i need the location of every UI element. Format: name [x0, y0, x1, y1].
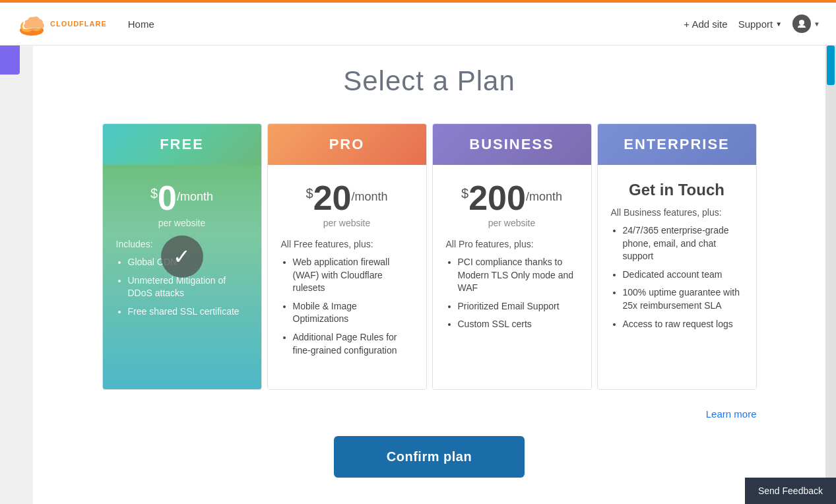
- pro-feature-1: Web application firewall (WAF) with Clou…: [293, 256, 413, 295]
- pro-plan-body: $ 20 /month per website All Free feature…: [268, 165, 426, 389]
- chevron-down-icon: ▼: [775, 20, 782, 28]
- support-label: Support: [738, 18, 773, 30]
- enterprise-feature-3: 100% uptime guarantee with 25x reimburse…: [623, 286, 743, 312]
- pro-features-intro: All Free features, plus:: [281, 239, 413, 249]
- free-feature-2: Unmetered Mitigation of DDoS attacks: [128, 274, 248, 300]
- user-avatar: [792, 15, 811, 33]
- enterprise-feature-1: 24/7/365 enterprise-grade phone, email, …: [623, 224, 743, 263]
- pro-features-list: Web application firewall (WAF) with Clou…: [281, 256, 413, 357]
- sidebar-tab: [0, 46, 20, 75]
- confirm-plan-button[interactable]: Confirm plan: [334, 436, 525, 478]
- pro-price-dollar: $: [306, 186, 313, 201]
- enterprise-plan-body: Get in Touch All Business features, plus…: [598, 165, 756, 389]
- free-per-website: per website: [116, 218, 248, 228]
- navbar: CLOUDFLARE Home + Add site Support ▼ ▼: [0, 3, 836, 46]
- free-price-row: $ 0 /month: [116, 181, 248, 215]
- cloudflare-text: CLOUDFLARE: [50, 20, 107, 28]
- send-feedback-button[interactable]: Send Feedback: [745, 478, 836, 504]
- free-plan-body: $ 0 /month per website Includes: Global …: [103, 165, 261, 389]
- navbar-right: + Add site Support ▼ ▼: [684, 15, 820, 33]
- enterprise-features-list: 24/7/365 enterprise-grade phone, email, …: [611, 224, 743, 331]
- business-feature-3: Custom SSL certs: [458, 318, 578, 331]
- enterprise-plan-header: ENTERPRISE: [598, 124, 756, 165]
- business-features-intro: All Pro features, plus:: [446, 239, 578, 249]
- svg-point-6: [799, 20, 804, 25]
- nav-links: Home: [128, 18, 684, 30]
- pro-feature-2: Mobile & Image Optimizations: [293, 300, 413, 326]
- free-price-period: /month: [177, 190, 213, 204]
- pro-price-amount: 20: [313, 181, 352, 215]
- business-price-amount: 200: [468, 181, 526, 215]
- business-feature-2: Prioritized Email Support: [458, 300, 578, 313]
- enterprise-plan-title: ENTERPRISE: [606, 136, 748, 153]
- selected-checkmark-overlay: ✓: [161, 236, 203, 278]
- enterprise-feature-2: Dedicated account team: [623, 268, 743, 282]
- free-price-dollar: $: [150, 186, 158, 201]
- plan-card-business[interactable]: BUSINESS $ 200 /month per website All Pr…: [432, 123, 592, 390]
- free-price-amount: 0: [158, 181, 177, 215]
- scrollbar[interactable]: [825, 46, 836, 504]
- home-link[interactable]: Home: [128, 18, 154, 30]
- business-price-period: /month: [526, 190, 562, 204]
- free-plan-title: FREE: [111, 136, 253, 153]
- business-plan-body: $ 200 /month per website All Pro feature…: [433, 165, 591, 389]
- business-per-website: per website: [446, 218, 578, 228]
- free-feature-3: Free shared SSL certificate: [128, 305, 248, 319]
- pro-price-row: $ 20 /month: [281, 181, 413, 215]
- enterprise-feature-4: Access to raw request logs: [623, 318, 743, 331]
- plan-card-free[interactable]: FREE $ 0 /month per website Includes: Gl…: [102, 123, 262, 390]
- business-price-dollar: $: [461, 186, 468, 201]
- business-features-list: PCI compliance thanks to Modern TLS Only…: [446, 256, 578, 331]
- user-menu-button[interactable]: ▼: [792, 15, 820, 33]
- page-layout: Select a Plan FREE $ 0 /month per websit…: [0, 46, 836, 504]
- plan-card-pro[interactable]: PRO $ 20 /month per website All Free fea…: [267, 123, 427, 390]
- pro-price-period: /month: [351, 190, 387, 204]
- learn-more-row: Learn more: [100, 408, 759, 420]
- plans-grid: FREE $ 0 /month per website Includes: Gl…: [100, 121, 759, 393]
- business-price-row: $ 200 /month: [446, 181, 578, 215]
- plan-card-enterprise[interactable]: ENTERPRISE Get in Touch All Business fea…: [597, 123, 757, 390]
- pro-per-website: per website: [281, 218, 413, 228]
- free-plan-header: FREE: [103, 124, 261, 165]
- enterprise-subtitle: All Business features, plus:: [611, 207, 743, 218]
- business-feature-1: PCI compliance thanks to Modern TLS Only…: [458, 256, 578, 295]
- business-plan-header: BUSINESS: [433, 124, 591, 165]
- enterprise-heading: Get in Touch: [611, 181, 743, 199]
- checkmark-icon: ✓: [173, 244, 191, 269]
- pro-plan-title: PRO: [276, 136, 418, 153]
- main-content: Select a Plan FREE $ 0 /month per websit…: [33, 46, 825, 504]
- sidebar: [0, 46, 33, 504]
- pro-feature-3: Additional Page Rules for fine-grained c…: [293, 331, 413, 357]
- pro-plan-header: PRO: [268, 124, 426, 165]
- page-title: Select a Plan: [49, 65, 810, 97]
- cloudflare-logo[interactable]: CLOUDFLARE: [16, 8, 107, 40]
- add-site-button[interactable]: + Add site: [684, 18, 727, 30]
- learn-more-link[interactable]: Learn more: [706, 408, 757, 420]
- user-chevron-icon: ▼: [814, 20, 820, 28]
- business-plan-title: BUSINESS: [441, 136, 583, 153]
- confirm-plan-row: Confirm plan: [49, 436, 810, 478]
- scrollbar-thumb[interactable]: [827, 46, 835, 85]
- support-button[interactable]: Support ▼: [738, 18, 782, 30]
